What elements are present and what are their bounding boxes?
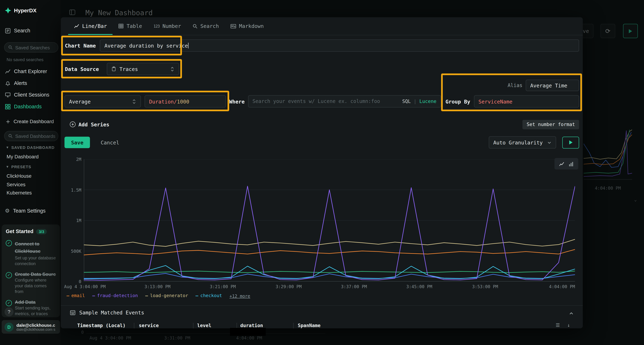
sidebar-item-team-settings[interactable]: ⚙ Team Settings [5, 208, 46, 214]
data-source-select[interactable]: Traces [106, 63, 179, 75]
x-axis-tick: 3:21:00 PM [210, 284, 236, 289]
add-series-button[interactable]: + Add Series [70, 121, 109, 127]
sidebar-item-services[interactable]: Services [6, 182, 26, 188]
legend-more-link[interactable]: +12 more [230, 293, 250, 298]
column-header-level[interactable]: level [197, 323, 211, 328]
chart-name-input[interactable]: Average duration by service [100, 39, 579, 52]
column-header-spanname[interactable]: SpanName [298, 323, 320, 328]
saved-dashboards-section[interactable]: ▼ SAVED DASHBOARD [6, 145, 54, 150]
tab-label: Line/Bar [82, 23, 107, 29]
x-axis-tick: 3:53:00 PM [472, 284, 498, 289]
get-started-item-title: Connect to ClickHouse [15, 241, 40, 254]
chevron-down-icon [547, 140, 552, 145]
sidebar-item-chart-explorer[interactable]: Chart Explorer [5, 68, 47, 74]
alias-input[interactable]: Average Time [526, 79, 579, 91]
legend-item-email[interactable]: email [66, 293, 85, 298]
tab-search[interactable]: Search [187, 17, 225, 35]
y-axis-tick: 1M [64, 218, 81, 223]
sidebar-item-kubernetes[interactable]: Kubernetes [6, 190, 32, 196]
sidebar-item-dashboards[interactable]: Dashboards [5, 104, 42, 110]
line-chart-icon [74, 23, 79, 29]
chart-legend: email fraud-detection load-generator che… [66, 293, 250, 298]
group-by-value: ServiceName [478, 98, 512, 104]
set-number-format-button[interactable]: Set number format [522, 120, 579, 129]
create-dashboard-button[interactable]: Create Dashboard [6, 119, 54, 124]
chart-plot-area[interactable] [84, 159, 575, 282]
line-chart-icon[interactable] [559, 161, 564, 166]
legend-label: checkout [200, 293, 222, 298]
sample-matched-events-title: Sample Matched Events [79, 310, 144, 316]
clipboard-icon [111, 66, 116, 71]
aggregation-field-input[interactable]: Duration/ 1000 [144, 95, 226, 108]
column-header-duration[interactable]: duration [240, 323, 263, 328]
sql-mode-toggle[interactable]: SQL [402, 98, 411, 104]
saved-dashboards-input[interactable]: Saved Dashboards [4, 131, 58, 141]
get-started-progress-badge: 3/3 [36, 229, 47, 234]
tab-number[interactable]: 123 Number [148, 17, 187, 35]
get-started-item[interactable]: Add Data Start sending logs, metrics, or… [6, 300, 56, 317]
get-started-item-subtitle: Configure where your data comes from [15, 278, 56, 295]
get-started-item-title: Add Data [15, 300, 56, 305]
granularity-select[interactable]: Auto Granularity [489, 136, 556, 149]
section-title-label: SAVED DASHBOARD [11, 145, 54, 150]
download-icon[interactable]: ↓ [567, 322, 570, 328]
number-123-icon: 123 [154, 24, 160, 28]
gear-icon: ⚙ [5, 208, 10, 214]
app: HyperDX Search Saved Searches No saved s… [0, 0, 644, 345]
field-code-number: 1000 [177, 98, 189, 104]
legend-item-fraud-detection[interactable]: fraud-detection [92, 293, 138, 298]
saved-searches-input[interactable]: Saved Searches [4, 42, 58, 52]
lucene-mode-toggle[interactable]: Lucene [419, 98, 436, 104]
legend-label: load-generator [150, 293, 188, 298]
sidebar-item-label: Chart Explorer [14, 68, 47, 74]
column-header-timestamp[interactable]: Timestamp (Local) [77, 323, 126, 328]
save-button[interactable]: Save [64, 137, 90, 148]
column-divider [134, 323, 134, 328]
column-header-service[interactable]: service [139, 323, 159, 328]
cancel-button[interactable]: Cancel [101, 139, 119, 145]
group-by-input[interactable]: ServiceName [474, 95, 579, 108]
where-search-input[interactable]: Search your events w/ Lucene ex. column:… [248, 95, 441, 108]
x-axis-tick: Aug 4 3:04:00 PM [64, 284, 106, 289]
tab-table[interactable]: Table [113, 17, 148, 35]
data-source-label: Data Source [65, 66, 99, 72]
add-series-label: Add Series [78, 121, 110, 127]
bell-icon [5, 80, 11, 86]
divider [61, 305, 583, 306]
magnifier-icon [8, 134, 13, 138]
sidebar-item-alerts[interactable]: Alerts [5, 80, 27, 86]
user-name: dale@clickhouse.c [16, 322, 55, 327]
x-axis-tick: 3:29:00 PM [276, 284, 302, 289]
get-started-title: Get Started [6, 229, 34, 234]
dashboards-grid-icon [5, 104, 11, 110]
plus-icon [6, 119, 10, 124]
column-divider [193, 323, 194, 328]
tab-line-bar[interactable]: Line/Bar [68, 17, 112, 35]
sidebar-item-label: Alerts [14, 80, 27, 86]
get-started-item[interactable]: Create Data Source Configure where your … [6, 272, 56, 295]
legend-item-load-generator[interactable]: load-generator [145, 293, 188, 298]
data-source-value: Traces [120, 66, 138, 72]
sidebar-item-my-dashboard[interactable]: My Dashboard [6, 154, 39, 160]
saved-dashboards-placeholder: Saved Dashboards [15, 134, 56, 139]
chevron-up-icon[interactable] [569, 311, 574, 316]
help-button[interactable]: ? [4, 308, 14, 317]
tab-label: Markdown [239, 23, 264, 29]
tab-markdown[interactable]: Markdown [225, 17, 270, 35]
chart-display-toggle[interactable] [554, 158, 578, 169]
legend-item-checkout[interactable]: checkout [196, 293, 222, 298]
sidebar-item-client-sessions[interactable]: Client Sessions [5, 92, 49, 98]
granularity-value: Auto Granularity [493, 139, 542, 145]
user-menu[interactable]: D dale@clickhouse.c dale@clickhouse.com … [2, 320, 60, 334]
run-chart-button[interactable] [562, 136, 579, 148]
y-axis-tick: 1.5M [64, 187, 81, 192]
aggregation-select[interactable]: Average [64, 95, 141, 108]
bar-chart-icon[interactable] [568, 161, 574, 166]
filter-icon[interactable]: ☰ [556, 322, 560, 328]
sample-matched-events-header[interactable]: Sample Matched Events [70, 310, 144, 316]
app-logo[interactable]: HyperDX [5, 7, 37, 13]
get-started-item[interactable]: Connect to ClickHouse Set up your databa… [6, 240, 56, 267]
sidebar-item-clickhouse[interactable]: ClickHouse [6, 173, 32, 179]
sidebar-item-search[interactable]: Search [5, 28, 30, 34]
presets-section[interactable]: ▼ PRESETS [6, 165, 31, 169]
